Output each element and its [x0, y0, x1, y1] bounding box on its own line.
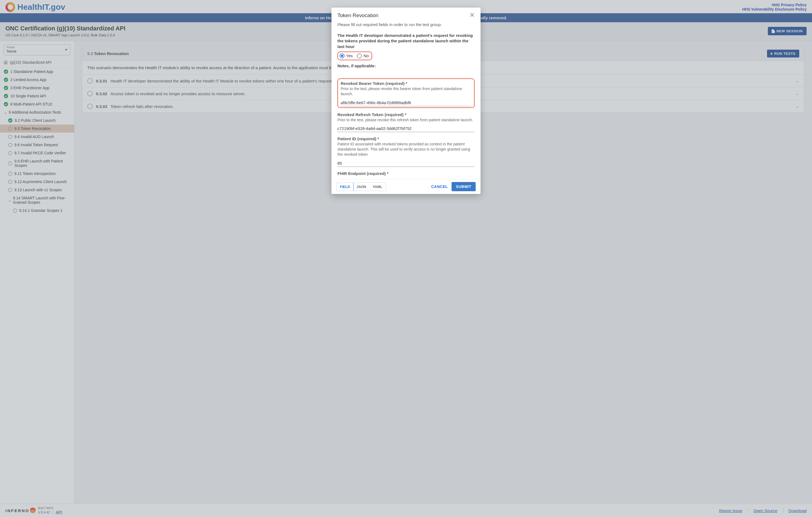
radio-no[interactable]: No	[357, 53, 369, 58]
tab-json[interactable]: JSON	[353, 183, 369, 191]
radio-yes[interactable]: Yes	[340, 53, 353, 58]
radio-yes-label: Yes	[346, 53, 353, 58]
patient-id-label: Patient ID (required) *	[338, 136, 474, 141]
notes-label: Notes, if applicable:	[338, 63, 474, 68]
modal-subtitle: Please fill out required fields in order…	[331, 20, 481, 28]
refresh-token-input[interactable]	[338, 125, 474, 132]
modal: Token Revocation Please fill out require…	[331, 8, 481, 194]
modal-overlay[interactable]: Token Revocation Please fill out require…	[0, 0, 812, 517]
patient-id-input[interactable]	[338, 159, 474, 167]
fhir-endpoint-group: FHIR Endpoint (required) *	[338, 171, 474, 176]
modal-title: Token Revocation	[338, 12, 378, 19]
tab-yaml[interactable]: YAML	[369, 183, 386, 191]
radio-no-label: No	[364, 53, 369, 58]
format-tabs: FIELD JSON YAML	[336, 183, 386, 191]
patient-id-help: Patient ID associated with revoked token…	[338, 142, 474, 157]
fhir-endpoint-label: FHIR Endpoint (required) *	[338, 171, 474, 176]
bearer-token-help: Prior to the test, please revoke this be…	[341, 86, 471, 97]
bearer-token-label: Revoked Bearer Token (required) *	[341, 81, 471, 86]
cancel-button[interactable]: CANCEL	[431, 185, 448, 189]
close-icon[interactable]	[470, 12, 474, 17]
patient-id-group: Patient ID (required) * Patient ID assoc…	[338, 136, 474, 167]
refresh-token-help: Prior to the test, please revoke this re…	[338, 117, 474, 123]
bearer-token-group: Revoked Bearer Token (required) * Prior …	[338, 78, 474, 108]
attestation-radio-group: Yes No	[338, 52, 372, 60]
radio-icon	[340, 53, 345, 58]
tab-field[interactable]: FIELD	[336, 183, 354, 191]
radio-icon	[357, 53, 362, 58]
bearer-token-input[interactable]	[341, 99, 471, 106]
submit-button[interactable]: SUBMIT	[452, 182, 476, 191]
refresh-token-label: Revoked Refresh Token (required) *	[338, 112, 474, 117]
attestation-question: The Health IT developer demonstrated a p…	[338, 33, 474, 49]
refresh-token-group: Revoked Refresh Token (required) * Prior…	[338, 112, 474, 132]
